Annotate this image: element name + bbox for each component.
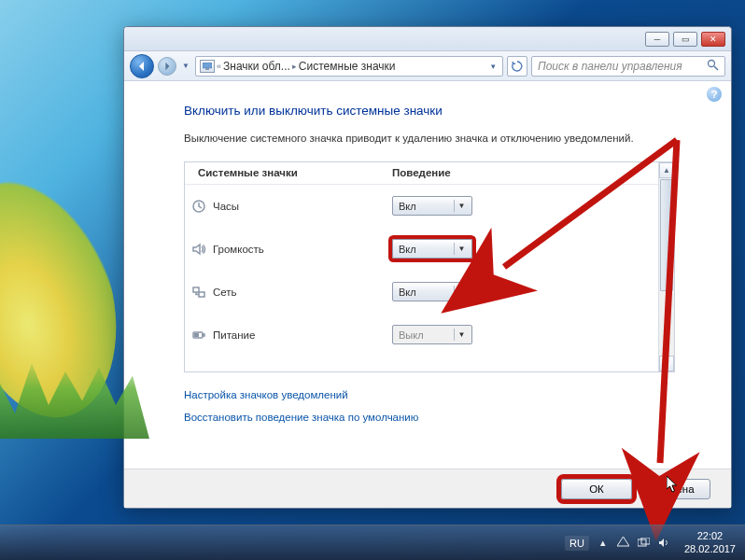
svg-rect-9 — [194, 333, 199, 337]
svg-rect-6 — [199, 292, 204, 297]
nav-back-button[interactable] — [130, 54, 154, 78]
help-icon[interactable]: ? — [707, 87, 722, 102]
svg-rect-8 — [203, 334, 204, 336]
tray-clock[interactable]: 22:02 28.02.2017 — [684, 530, 736, 554]
vertical-scrollbar[interactable]: ▲ ▼ — [658, 162, 674, 371]
volume-tray-icon[interactable] — [658, 537, 671, 550]
nav-forward-button[interactable] — [158, 57, 176, 76]
row-label: Громкость — [213, 244, 392, 255]
maximize-button[interactable]: ▭ — [673, 32, 697, 47]
scroll-up-button[interactable]: ▲ — [659, 162, 674, 178]
column-header-behavior[interactable]: Поведение — [392, 167, 579, 178]
svg-point-2 — [709, 60, 715, 66]
ok-button[interactable]: ОК — [561, 479, 632, 499]
chevron-down-icon: ▼ — [454, 200, 469, 212]
behavior-select-clock[interactable]: Вкл▼ — [392, 196, 472, 216]
link-restore-default[interactable]: Восстановить поведение значка по умолчан… — [184, 412, 710, 423]
search-placeholder: Поиск в панели управления — [538, 60, 682, 73]
system-icons-list: Системные значки Поведение Часы Вкл▼ Гро… — [184, 161, 675, 372]
breadcrumb-seg-2[interactable]: Системные значки — [299, 60, 396, 73]
chevron-down-icon: ▼ — [454, 329, 469, 341]
nav-history-button[interactable]: ▼ — [180, 62, 191, 70]
system-tray: RU ▴ 22:02 28.02.2017 — [565, 530, 736, 554]
list-row-network: Сеть Вкл▼ — [185, 271, 658, 314]
address-bar[interactable]: « Значки обл... ▸ Системные значки ▾ — [195, 56, 503, 77]
minimize-button[interactable]: ─ — [645, 32, 669, 47]
behavior-select-network[interactable]: Вкл▼ — [392, 282, 472, 301]
behavior-select-volume[interactable]: Вкл▼ — [392, 239, 472, 259]
clock-icon — [185, 199, 213, 214]
svg-rect-1 — [205, 68, 209, 70]
control-panel-icon — [200, 60, 215, 73]
close-button[interactable]: ✕ — [701, 32, 725, 47]
action-links: Настройка значков уведомлений Восстанови… — [184, 389, 710, 423]
desktop-wallpaper: ─ ▭ ✕ ▼ « Значки обл... ▸ Системные знач… — [0, 0, 745, 560]
scroll-track[interactable] — [659, 292, 674, 356]
arrow-left-icon — [136, 61, 148, 72]
svg-rect-5 — [193, 287, 199, 292]
taskbar[interactable]: RU ▴ 22:02 28.02.2017 — [0, 525, 745, 560]
scroll-down-button[interactable]: ▼ — [659, 356, 674, 371]
tray-date: 28.02.2017 — [684, 543, 736, 555]
action-center-icon[interactable] — [617, 537, 630, 550]
row-label: Часы — [213, 201, 392, 212]
row-label: Питание — [213, 329, 392, 341]
tray-expand-icon[interactable]: ▴ — [597, 537, 610, 550]
tray-time: 22:02 — [684, 530, 736, 542]
refresh-icon — [512, 61, 523, 72]
refresh-button[interactable] — [507, 56, 527, 77]
control-panel-window: ─ ▭ ✕ ▼ « Значки обл... ▸ Системные знач… — [123, 26, 732, 509]
breadcrumb-seg-1[interactable]: Значки обл... — [223, 60, 290, 73]
chevron-down-icon: ▼ — [454, 286, 469, 298]
language-indicator[interactable]: RU — [565, 536, 589, 551]
list-row-clock: Часы Вкл▼ — [185, 185, 658, 228]
cancel-button[interactable]: Отмена — [640, 479, 710, 499]
page-heading: Включить или выключить системные значки — [184, 104, 710, 118]
list-row-power: Питание Выкл▼ — [185, 314, 658, 357]
network-tray-icon[interactable] — [638, 537, 651, 550]
chevron-down-icon: ▼ — [454, 243, 469, 255]
list-row-volume: Громкость Вкл▼ — [185, 228, 658, 271]
svg-line-3 — [714, 66, 718, 70]
explorer-toolbar: ▼ « Значки обл... ▸ Системные значки ▾ П… — [124, 51, 731, 81]
list-header: Системные значки Поведение — [185, 162, 658, 185]
search-input[interactable]: Поиск в панели управления — [531, 56, 725, 77]
network-icon — [185, 285, 213, 300]
scroll-thumb[interactable] — [660, 179, 673, 291]
monitor-icon — [203, 63, 212, 70]
volume-icon — [185, 242, 213, 257]
window-titlebar[interactable]: ─ ▭ ✕ — [124, 27, 731, 51]
row-label: Сеть — [213, 287, 392, 298]
svg-rect-0 — [203, 63, 212, 68]
column-header-name[interactable]: Системные значки — [185, 167, 392, 178]
search-icon — [707, 59, 719, 74]
behavior-select-power: Выкл▼ — [392, 325, 472, 344]
arrow-right-icon — [162, 62, 172, 71]
power-icon — [185, 328, 213, 343]
link-customize-icons[interactable]: Настройка значков уведомлений — [184, 389, 710, 400]
content-pane: ? Включить или выключить системные значк… — [124, 81, 731, 508]
page-description: Выключение системного значка приводит к … — [184, 131, 710, 147]
dialog-footer: ОК Отмена — [124, 469, 731, 508]
